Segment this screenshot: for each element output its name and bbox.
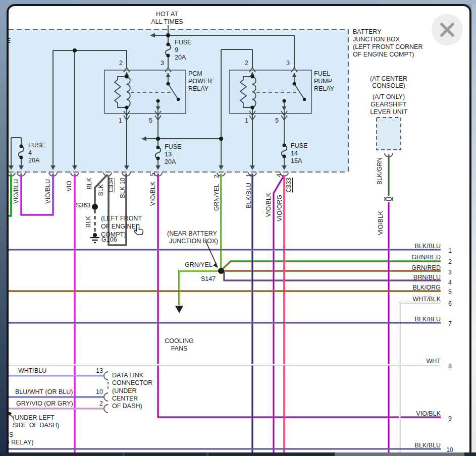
row4-wire-label: BRN/BLU [413, 274, 441, 281]
wire-grn-red-row2 [222, 261, 441, 270]
fuel-relay-label1: FUEL [314, 70, 330, 77]
fuse9-number: 9 [175, 46, 178, 53]
bjb-caption3: (LEFT FRONT CORNER [353, 43, 422, 50]
row9-number: 9 [448, 415, 452, 422]
wiring-diagram [0, 0, 476, 456]
pin-label-4: 4 [276, 174, 283, 177]
wire-brn-blu-row4 [224, 272, 441, 280]
wire-label-blk-ground: BLK [85, 216, 92, 227]
fuel-pin1: 1 [241, 117, 248, 124]
wire-label-vio-blk-gear: VIO/BLK [378, 211, 384, 235]
fuse9-rating: 20A [175, 54, 186, 61]
leftfront-caption1: (LEFT FRONT [101, 215, 142, 222]
hot-at-label2: ALL TIMES [149, 18, 185, 25]
row3-number: 3 [448, 269, 452, 276]
pin-label-5: 5 [150, 173, 156, 176]
row7-wire-label: BLK/BLU [415, 316, 441, 323]
wire-label-vio-blk-pin5: VIO/BLK [150, 182, 156, 206]
row3-wire-label: GRN/RED [411, 264, 441, 271]
fuse14-label: FUSE [291, 142, 307, 149]
wire-label-blk10: BLK 10 [120, 178, 126, 198]
pcm-pin3: 3 [157, 60, 164, 67]
pin-label-1: 1 [246, 174, 252, 177]
wire-label-grn-yel-h: GRN/YEL [185, 261, 213, 268]
row6-number: 6 [448, 300, 452, 307]
pcm-relay-label2: POWER [188, 78, 212, 85]
wire-label-grn-yel: GRN/YEL [214, 184, 220, 211]
dlc-pin2-number: 2 [93, 400, 103, 407]
desktop-right-strip [471, 0, 476, 456]
cooling-fans-caption2: FANS [161, 345, 198, 352]
pin-label-2: 2 [214, 175, 220, 178]
wire-label-blk-2: BLK [98, 184, 104, 196]
junction-dots [20, 33, 306, 274]
dlc-caption3: (UNDER [112, 387, 137, 394]
dlc-caption2: CONNECTOR [112, 379, 152, 386]
bjb-caption4: OF ENGINE COMPT) [353, 51, 414, 58]
wire-label-vio-org: VIO/ORG [277, 195, 283, 221]
cooling-fans-arrow [175, 306, 183, 313]
gearshift-lever-unit-box [377, 118, 401, 150]
connector-label-c334: C334 [108, 178, 115, 193]
row5-wire-label: BLK/ORG [412, 284, 441, 291]
taskbar-divider-2 [206, 452, 208, 456]
cutoff-text-fuse: E [7, 37, 11, 44]
taskbar-segment-active[interactable] [335, 452, 464, 456]
cooling-fans-caption1: COOLING [161, 337, 198, 345]
wire-vio-blk-row9 [158, 174, 441, 417]
row6-wire-label: WHT/BLK [412, 296, 441, 303]
boundary-connector-cups [7, 153, 393, 201]
fuel-pin2: 2 [241, 60, 248, 67]
screen: HOT AT ALL TIMES FUSE 9 20A FUSE 4 20A F… [0, 0, 476, 456]
gearshift-caption3: LEVER UNIT [365, 108, 412, 116]
dlc-pin10-wire-label: BLU/WHT (OR BLU) [15, 388, 73, 395]
close-button[interactable] [432, 14, 463, 45]
wire-wht-blk-row6 [400, 303, 441, 452]
dlc-pin13-number: 13 [93, 367, 103, 374]
nearbjb-caption2: JUNCTION BOX) [169, 238, 218, 245]
row4-number: 4 [448, 279, 452, 286]
fuse4-label: FUSE [28, 142, 45, 149]
row8-number: 8 [448, 363, 452, 370]
pcm-pin2: 2 [116, 60, 123, 67]
wire-label-blk-1: BLK [86, 178, 93, 189]
leftfront-caption2: OF ENGINE [101, 223, 136, 230]
splice-label-s363: S363 [76, 202, 90, 209]
row10-wire-label: BLK/BLU [415, 442, 441, 449]
taskbar-divider-1 [123, 452, 124, 456]
fuel-pin5: 5 [272, 117, 279, 124]
dlc-pin2-wire-label: GRY/VIO (OR GRY) [16, 400, 73, 407]
connector-label-c333: C333 [286, 178, 292, 193]
console-caption1: (AT CENTER [365, 75, 412, 82]
dlc-pin10-number: 10 [93, 388, 103, 395]
ground-symbol-g106 [90, 238, 99, 243]
cutoff-text-2: O RELAY) [5, 439, 33, 446]
bjb-caption2: JUNCTION BOX [353, 36, 400, 43]
row2-number: 2 [448, 258, 452, 265]
wire-label-blk-grn: BLK/GRN [377, 157, 383, 185]
fuse14-rating: 15A [291, 157, 302, 164]
row1-wire-label: BLK/BLU [415, 243, 441, 250]
row8-wire-label: WHT [427, 358, 441, 365]
hot-at-label: HOT AT [153, 11, 181, 18]
pcm-pin5: 5 [145, 117, 152, 124]
pcm-relay-label3: RELAY [188, 85, 208, 92]
wire-label-vio: VIO [66, 181, 73, 191]
splice-label-s147: S147 [201, 275, 216, 282]
underdash-caption2: SIDE OF DASH) [13, 422, 59, 429]
desktop-top-strip [0, 0, 476, 4]
underdash-caption1: (UNDER LEFT [13, 414, 55, 421]
fuel-pin3: 3 [283, 60, 290, 67]
fuse14-number: 14 [291, 150, 298, 157]
dlc-caption5: OF DASH) [112, 403, 142, 410]
pcm-pin1: 1 [115, 117, 122, 124]
fuse4-rating: 20A [28, 157, 39, 164]
fuel-relay-label3: RELAY [314, 85, 334, 92]
dlc-caption4: CENTER [112, 395, 138, 402]
close-icon [432, 14, 463, 45]
bjb-caption1: BATTERY [353, 28, 382, 35]
wire-label-blk-blu: BLK/BLU [246, 183, 252, 208]
fuse13-label: FUSE [165, 143, 181, 150]
taskbar[interactable] [0, 452, 476, 456]
fuse13-rating: 20A [165, 158, 176, 165]
